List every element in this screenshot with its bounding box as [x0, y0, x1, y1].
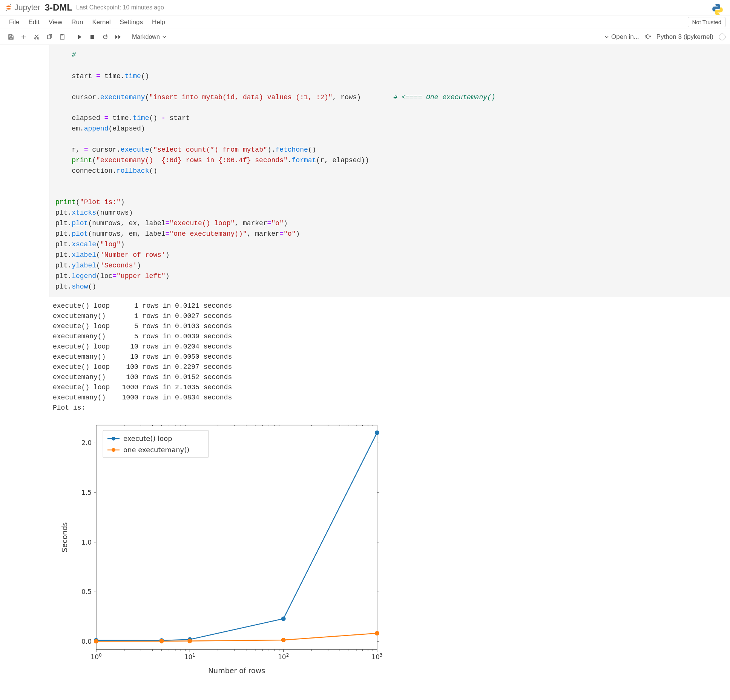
save-icon[interactable]	[5, 31, 17, 43]
menu-file[interactable]: File	[5, 16, 24, 28]
chevron-down-icon	[162, 35, 167, 39]
svg-text:1.0: 1.0	[81, 539, 92, 546]
svg-text:0.5: 0.5	[81, 588, 92, 596]
run-icon[interactable]	[73, 31, 86, 43]
svg-rect-11	[96, 425, 377, 649]
text-output: execute() loop 1 rows in 0.0121 seconds …	[53, 297, 730, 414]
code-cell[interactable]: # start = time.time() cursor.executemany…	[0, 45, 730, 297]
code-body[interactable]: # start = time.time() cursor.executemany…	[49, 45, 730, 297]
checkpoint-text: Last Checkpoint: 10 minutes ago	[76, 4, 164, 11]
svg-text:2.0: 2.0	[81, 439, 92, 447]
cut-icon[interactable]	[30, 31, 43, 43]
svg-point-88	[281, 617, 286, 621]
celltype-label: Markdown	[132, 34, 160, 40]
menu-settings[interactable]: Settings	[115, 16, 147, 28]
svg-rect-6	[48, 35, 51, 39]
svg-text:Number of rows: Number of rows	[208, 666, 265, 675]
svg-text:execute() loop: execute() loop	[123, 434, 172, 442]
svg-point-3	[719, 13, 720, 14]
menubar: File Edit View Run Kernel Settings Help …	[0, 15, 730, 29]
svg-point-10	[646, 35, 649, 38]
jupyter-text: Jupyter	[14, 3, 40, 12]
svg-text:100: 100	[90, 652, 101, 661]
svg-point-94	[375, 631, 379, 636]
python-logo-icon	[711, 3, 724, 17]
toolbar: Markdown Open in... Python 3 (ipykernel)	[0, 29, 730, 45]
menu-edit[interactable]: Edit	[24, 16, 44, 28]
kernel-name[interactable]: Python 3 (ipykernel)	[656, 33, 713, 41]
not-trusted-button[interactable]: Not Trusted	[688, 17, 725, 27]
svg-point-89	[375, 431, 379, 435]
celltype-selector[interactable]: Markdown	[128, 32, 170, 42]
stop-icon[interactable]	[86, 31, 99, 43]
chart: 0.00.51.01.52.0100101102103Number of row…	[53, 418, 392, 682]
svg-text:one executemany(): one executemany()	[123, 446, 189, 454]
svg-rect-7	[60, 35, 64, 39]
notebook-area: # start = time.time() cursor.executemany…	[0, 45, 730, 686]
copy-icon[interactable]	[43, 31, 56, 43]
menu-view[interactable]: View	[44, 16, 67, 28]
header: Jupyter 3-DML Last Checkpoint: 10 minute…	[0, 0, 730, 15]
input-prompt	[0, 45, 49, 297]
notebook-title[interactable]: 3-DML	[45, 2, 72, 13]
svg-point-0	[10, 4, 11, 5]
menu-help[interactable]: Help	[147, 16, 170, 28]
fast-forward-icon[interactable]	[112, 31, 124, 43]
add-cell-icon[interactable]	[17, 31, 30, 43]
svg-point-2	[715, 5, 716, 6]
kernel-status-icon[interactable]	[719, 34, 725, 40]
svg-text:103: 103	[371, 652, 382, 661]
svg-point-91	[159, 639, 164, 643]
paste-icon[interactable]	[56, 31, 69, 43]
plot-output: 0.00.51.01.52.0100101102103Number of row…	[53, 414, 730, 686]
menu-kernel[interactable]: Kernel	[87, 16, 115, 28]
open-in-dropdown[interactable]: Open in...	[605, 33, 639, 41]
svg-point-100	[112, 448, 115, 452]
debugger-icon[interactable]	[644, 33, 651, 41]
svg-point-90	[94, 639, 98, 644]
svg-text:102: 102	[278, 652, 289, 661]
svg-text:0.0: 0.0	[81, 638, 92, 645]
menu-run[interactable]: Run	[67, 16, 87, 28]
svg-point-93	[281, 638, 286, 642]
caret-down-icon	[605, 35, 609, 39]
jupyter-logo[interactable]: Jupyter	[5, 3, 40, 12]
svg-point-1	[6, 10, 7, 11]
svg-text:1.5: 1.5	[81, 489, 92, 497]
svg-rect-9	[90, 35, 94, 39]
svg-text:Seconds: Seconds	[60, 522, 69, 553]
svg-text:101: 101	[184, 652, 195, 661]
svg-point-92	[187, 639, 192, 643]
jupyter-icon	[5, 3, 13, 12]
svg-point-97	[112, 437, 115, 441]
restart-icon[interactable]	[99, 31, 112, 43]
